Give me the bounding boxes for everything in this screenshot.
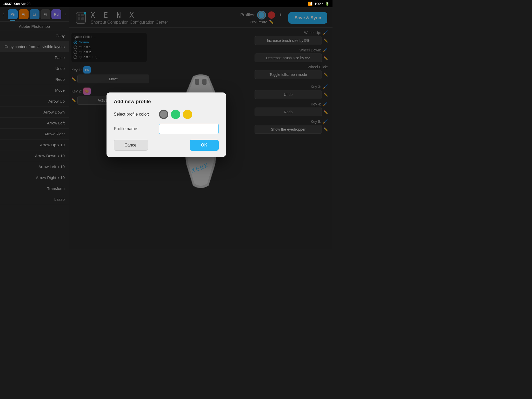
add-profile-modal: Add new profile Select profile color: Pr… <box>107 92 226 157</box>
status-date: Sun Apr 23 <box>14 2 30 6</box>
color-option-green[interactable] <box>171 110 180 119</box>
ok-button[interactable]: OK <box>190 140 219 151</box>
profile-name-row: Profile name: <box>114 124 219 134</box>
modal-overlay: Add new profile Select profile color: Pr… <box>0 0 332 249</box>
color-option-yellow[interactable] <box>183 110 192 119</box>
wifi-icon: 📶 <box>308 2 312 6</box>
cancel-button[interactable]: Cancel <box>114 140 148 151</box>
profile-name-label: Profile name: <box>114 127 155 131</box>
color-option-grey[interactable] <box>159 110 168 119</box>
color-options <box>159 110 192 119</box>
status-bar: 15:37 Sun Apr 23 📶 100% 🔋 <box>0 0 332 7</box>
profile-name-input[interactable] <box>159 124 219 134</box>
status-right: 📶 100% 🔋 <box>308 2 329 6</box>
battery-percentage: 100% <box>315 2 323 6</box>
modal-buttons: Cancel OK <box>114 140 219 151</box>
select-color-row: Select profile color: <box>114 110 219 119</box>
select-color-label: Select profile color: <box>114 112 155 117</box>
modal-title: Add new profile <box>114 99 219 104</box>
battery-icon: 🔋 <box>325 2 329 6</box>
status-time: 15:37 <box>3 2 12 6</box>
